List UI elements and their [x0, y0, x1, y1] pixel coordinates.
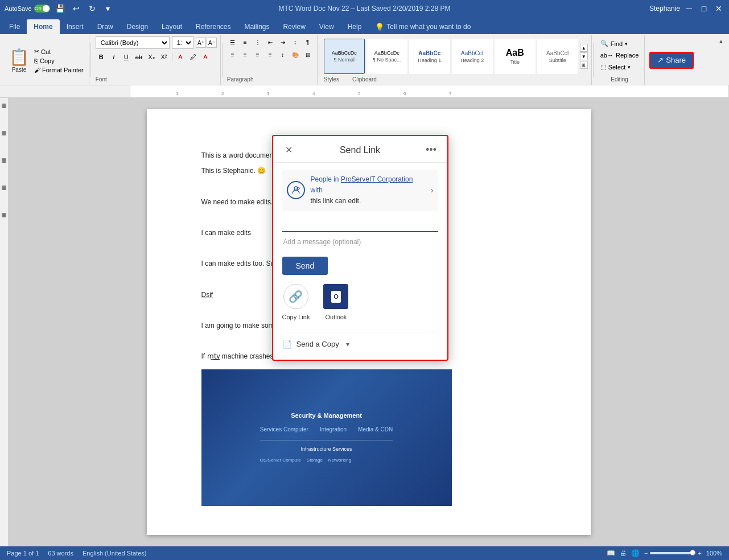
- tab-help[interactable]: Help: [341, 19, 369, 34]
- send-button[interactable]: Send: [282, 257, 328, 275]
- zoom-slider[interactable]: [650, 552, 695, 554]
- send-copy-row[interactable]: 📄 Send a Copy ▾: [282, 332, 438, 353]
- share-button[interactable]: ↗ Share: [649, 52, 694, 69]
- font-group-label: Font: [96, 76, 107, 84]
- tab-view[interactable]: View: [312, 19, 341, 34]
- copy-link-icon: 🔗: [283, 284, 308, 309]
- style-heading1[interactable]: AaBbCc Heading 1: [409, 39, 450, 74]
- styles-expand[interactable]: ⊞: [580, 61, 588, 69]
- undo-button[interactable]: ↩: [71, 3, 82, 14]
- permission-row[interactable]: People in ProServeIT Corporation with th…: [282, 170, 438, 212]
- save-button[interactable]: 💾: [55, 3, 66, 14]
- select-button[interactable]: ⬚ Select ▾: [598, 62, 641, 72]
- zoom-plus[interactable]: +: [698, 550, 701, 557]
- strikethrough-button[interactable]: ab: [133, 51, 145, 63]
- tab-review[interactable]: Review: [277, 19, 312, 34]
- quick-access-more[interactable]: ▾: [102, 3, 114, 14]
- bold-button[interactable]: B: [96, 51, 107, 63]
- outlook-option[interactable]: O Outlook: [323, 284, 348, 323]
- outlook-label: Outlook: [325, 312, 347, 323]
- style-title[interactable]: AaB Title: [495, 39, 536, 74]
- style-normal-label: ¶ Normal: [334, 57, 355, 63]
- decrease-indent[interactable]: ⇤: [265, 36, 276, 48]
- tab-references[interactable]: References: [189, 19, 237, 34]
- replace-button[interactable]: ab↔ Replace: [598, 51, 641, 60]
- subscript-button[interactable]: X₂: [146, 51, 157, 63]
- style-normal[interactable]: AaBbCcDc ¶ Normal: [324, 39, 365, 74]
- font-color-button[interactable]: A: [200, 51, 211, 63]
- font-family-select[interactable]: Calibri (Body): [96, 36, 170, 49]
- redo-button[interactable]: ↻: [87, 3, 98, 14]
- ruler-num-7: 7: [449, 91, 451, 96]
- paste-button[interactable]: 📋 Paste: [6, 46, 32, 75]
- tab-layout[interactable]: Layout: [155, 19, 189, 34]
- zoom-minus[interactable]: −: [644, 550, 648, 557]
- autosave-toggle[interactable]: On: [34, 5, 50, 13]
- numbering-button[interactable]: ≡: [240, 36, 251, 48]
- cut-button[interactable]: ✂ Cut: [32, 47, 85, 56]
- font-shrink-button[interactable]: A⁻: [207, 38, 217, 48]
- align-center[interactable]: ≡: [240, 49, 251, 60]
- style-no-spacing[interactable]: AaBbCcDc ¶ No Spac...: [366, 39, 407, 74]
- copy-label: Copy: [40, 57, 55, 64]
- view-read-button[interactable]: 📖: [607, 549, 615, 557]
- font-size-select[interactable]: 11: [172, 36, 193, 49]
- tab-draw[interactable]: Draw: [90, 19, 120, 34]
- style-subtitle[interactable]: AaBbCcI Subtitle: [537, 39, 578, 74]
- tab-mailings[interactable]: Mailings: [237, 19, 276, 34]
- paragraph-group: ☰ ≡ ⋮ ⇤ ⇥ ↕ ¶ ≡ ≡ ≡ ≡ ↕ 🎨 ⊞ Paragraph: [224, 35, 318, 85]
- style-normal-preview: AaBbCcDc: [332, 50, 357, 56]
- tab-tellme[interactable]: 💡 Tell me what you want to do: [368, 19, 477, 34]
- autosave-control[interactable]: AutoSave On: [5, 5, 50, 13]
- dialog-close-button[interactable]: ✕: [282, 143, 296, 157]
- tab-insert[interactable]: Insert: [60, 19, 90, 34]
- zoom-control[interactable]: − + 100%: [644, 550, 722, 557]
- tab-home[interactable]: Home: [27, 19, 59, 34]
- style-no-spacing-preview: AaBbCcDc: [374, 50, 399, 56]
- copy-link-option[interactable]: 🔗 Copy Link: [282, 284, 310, 323]
- highlight-button[interactable]: 🖊: [187, 51, 199, 63]
- embedded-image: Security & Management Services Computer …: [201, 369, 452, 506]
- message-field[interactable]: Add a message (optional): [282, 234, 438, 250]
- show-formatting[interactable]: ¶: [302, 36, 314, 48]
- paste-label: Paste: [12, 67, 27, 73]
- view-web-button[interactable]: 🌐: [631, 549, 640, 557]
- copy-button[interactable]: ⎘ Copy: [32, 57, 85, 65]
- borders-button[interactable]: ⊞: [302, 49, 314, 60]
- multilevel-button[interactable]: ⋮: [252, 36, 263, 48]
- share-options: 🔗 Copy Link O Outlook: [282, 284, 438, 323]
- styles-scroll-down[interactable]: ▼: [580, 52, 588, 60]
- minimize-button[interactable]: ─: [683, 3, 695, 14]
- line-spacing[interactable]: ↕: [277, 49, 289, 60]
- align-left[interactable]: ≡: [227, 49, 238, 60]
- align-right[interactable]: ≡: [252, 49, 263, 60]
- restore-button[interactable]: □: [698, 3, 710, 14]
- italic-button[interactable]: I: [108, 51, 120, 63]
- find-button[interactable]: 🔍 Find ▾: [598, 39, 641, 48]
- document-scroll[interactable]: This is a word document... and FINAL VER…: [8, 98, 729, 546]
- find-label: Find: [611, 40, 623, 47]
- tab-design[interactable]: Design: [120, 19, 155, 34]
- bullets-button[interactable]: ☰: [227, 36, 238, 48]
- view-print-button[interactable]: 🖨: [620, 549, 627, 557]
- shading-button[interactable]: 🎨: [290, 49, 301, 60]
- dialog-more-button[interactable]: •••: [425, 143, 438, 157]
- sort-button[interactable]: ↕: [290, 36, 301, 48]
- to-input[interactable]: [282, 218, 438, 232]
- ruler-scale: 1 2 3 4 5 6 7: [130, 85, 729, 97]
- increase-indent[interactable]: ⇥: [277, 36, 289, 48]
- ribbon-collapse-button[interactable]: ▲: [715, 36, 727, 46]
- superscript-button[interactable]: X²: [158, 51, 170, 63]
- underline-button[interactable]: U: [121, 51, 132, 63]
- styles-scroll-up[interactable]: ▲: [580, 44, 588, 52]
- justify[interactable]: ≡: [265, 49, 276, 60]
- text-effects-button[interactable]: A: [175, 51, 186, 63]
- close-button[interactable]: ✕: [713, 3, 724, 14]
- tab-file[interactable]: File: [2, 19, 27, 34]
- style-heading2[interactable]: AaBbCcI Heading 2: [452, 39, 493, 74]
- dialog-title: Send Link: [296, 143, 425, 158]
- font-grow-button[interactable]: A⁺: [196, 38, 206, 48]
- sidebar-marker-5: 5: [2, 213, 6, 217]
- main-area: 1 2 3 4 5 This is a word document... and…: [0, 98, 729, 546]
- format-painter-button[interactable]: 🖌 Format Painter: [32, 66, 85, 74]
